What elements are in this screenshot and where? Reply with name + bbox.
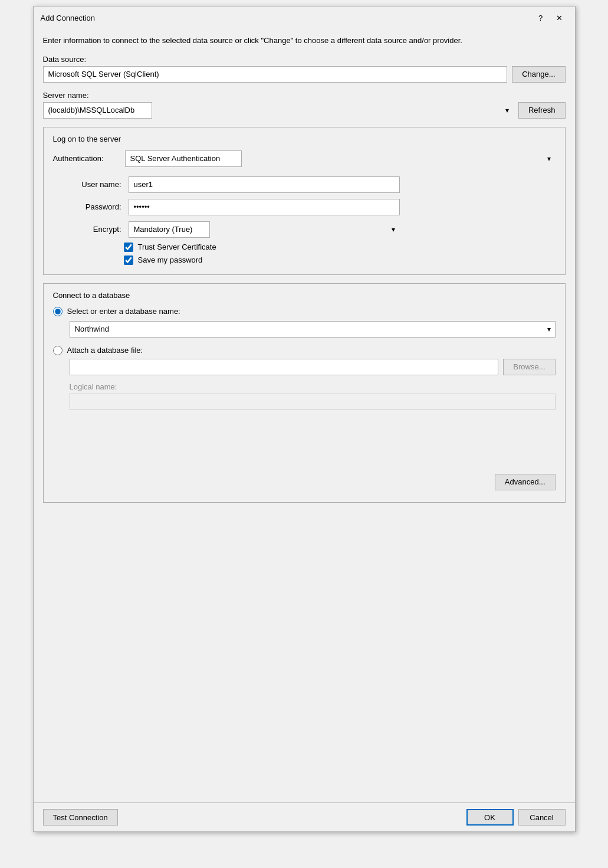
- spacer: [53, 410, 556, 469]
- db-name-row: Northwind master tempdb: [53, 321, 556, 338]
- select-db-radio-row: Select or enter a database name:: [53, 307, 556, 316]
- attach-radio-row: Attach a database file:: [53, 346, 556, 355]
- attach-file-input[interactable]: [70, 359, 499, 375]
- attach-file-row: Browse...: [53, 359, 556, 375]
- browse-button[interactable]: Browse...: [503, 359, 555, 375]
- encrypt-label: Encrypt:: [59, 221, 124, 238]
- server-name-row: (localdb)\MSSQLLocalDb Refresh: [43, 102, 566, 119]
- attach-db-label: Attach a database file:: [67, 346, 143, 355]
- connect-db-section: Connect to a database Select or enter a …: [43, 283, 566, 503]
- close-button[interactable]: ✕: [551, 11, 568, 24]
- db-name-select[interactable]: Northwind master tempdb: [70, 321, 556, 338]
- ok-button[interactable]: OK: [466, 809, 514, 826]
- connect-db-label: Connect to a database: [53, 291, 556, 300]
- encrypt-select[interactable]: Mandatory (True) Optional (False) Strict…: [129, 221, 210, 238]
- intro-text: Enter information to connect to the sele…: [43, 35, 566, 47]
- dialog-body: Enter information to connect to the sele…: [34, 28, 575, 803]
- save-password-label: Save my password: [138, 256, 203, 264]
- password-label: Password:: [59, 199, 124, 215]
- log-on-label: Log on to the server: [53, 135, 556, 143]
- auth-row: Authentication: SQL Server Authenticatio…: [53, 150, 556, 167]
- data-source-section: Data source: Change...: [43, 55, 566, 83]
- data-source-row: Change...: [43, 66, 566, 83]
- refresh-button[interactable]: Refresh: [518, 102, 566, 119]
- attach-db-radio[interactable]: [53, 346, 63, 355]
- add-connection-dialog: Add Connection ? ✕ Enter information to …: [33, 6, 576, 832]
- logical-name-label: Logical name:: [70, 382, 556, 391]
- data-source-input[interactable]: [43, 66, 508, 83]
- server-name-label: Server name:: [43, 91, 566, 100]
- advanced-button[interactable]: Advanced...: [495, 474, 556, 490]
- form-grid: User name: Password: Encrypt: Mandatory …: [53, 176, 556, 238]
- bottom-bar: Test Connection OK Cancel: [34, 803, 575, 831]
- username-value: [129, 176, 556, 193]
- title-bar: Add Connection ? ✕: [34, 6, 575, 28]
- username-input[interactable]: [129, 176, 400, 193]
- encrypt-value: Mandatory (True) Optional (False) Strict…: [129, 221, 556, 238]
- trust-cert-checkbox[interactable]: [124, 243, 133, 252]
- test-connection-button[interactable]: Test Connection: [43, 809, 118, 826]
- help-button[interactable]: ?: [533, 11, 549, 24]
- logical-name-section: Logical name:: [53, 382, 556, 410]
- select-db-radio[interactable]: [53, 307, 63, 316]
- log-on-section: Log on to the server Authentication: SQL…: [43, 127, 566, 275]
- change-button[interactable]: Change...: [512, 66, 565, 83]
- auth-label: Authentication:: [53, 154, 118, 163]
- auth-select-wrapper: SQL Server Authentication Windows Authen…: [125, 150, 556, 167]
- password-value: [129, 199, 556, 215]
- db-name-wrapper: Northwind master tempdb: [70, 321, 556, 338]
- advanced-row: Advanced...: [53, 469, 556, 493]
- server-name-wrapper: (localdb)\MSSQLLocalDb: [43, 102, 514, 119]
- save-password-checkbox[interactable]: [124, 256, 133, 265]
- title-bar-right: ? ✕: [533, 11, 568, 24]
- select-db-label: Select or enter a database name:: [67, 307, 180, 316]
- bottom-right-buttons: OK Cancel: [466, 809, 566, 826]
- username-label: User name:: [59, 176, 124, 193]
- password-input[interactable]: [129, 199, 400, 215]
- trust-cert-row: Trust Server Certificate: [53, 243, 556, 252]
- cancel-button[interactable]: Cancel: [518, 809, 566, 826]
- server-name-section: Server name: (localdb)\MSSQLLocalDb Refr…: [43, 91, 566, 119]
- dialog-title: Add Connection: [41, 14, 96, 22]
- save-password-row: Save my password: [53, 256, 556, 265]
- trust-cert-label: Trust Server Certificate: [138, 243, 216, 251]
- server-name-select[interactable]: (localdb)\MSSQLLocalDb: [43, 102, 152, 119]
- title-bar-left: Add Connection: [41, 14, 96, 22]
- auth-select[interactable]: SQL Server Authentication Windows Authen…: [125, 150, 242, 167]
- data-source-label: Data source:: [43, 55, 566, 64]
- logical-name-input[interactable]: [70, 394, 556, 410]
- encrypt-select-wrapper: Mandatory (True) Optional (False) Strict…: [129, 221, 400, 238]
